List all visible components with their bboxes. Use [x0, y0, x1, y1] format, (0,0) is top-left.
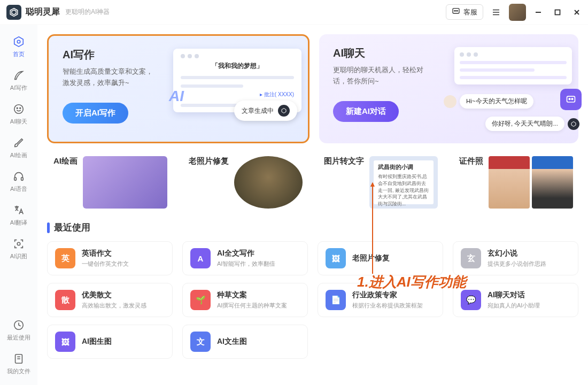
recent-card-title: 行业政策专家 [352, 290, 423, 300]
title-bar: 聪明灵犀 更聪明的AI神器 客服 [0, 0, 588, 25]
recent-card-0[interactable]: 英 英语作文 一键创作英文作文 [47, 241, 173, 275]
write-preview: 「我和我的梦想」 ▸ 批注( XXXX) AI 文章生成中 [173, 49, 301, 112]
translate-icon [12, 204, 25, 217]
ai-letters: AI [169, 88, 184, 105]
recent-card-8[interactable]: 🖼 AI图生图 [47, 325, 173, 359]
smile-icon [12, 103, 25, 116]
recent-card-desc: AI撰写任何主题的种草文案 [217, 302, 287, 310]
svg-point-17 [20, 107, 21, 109]
recent-card-9[interactable]: 文 AI文生图 [182, 325, 308, 359]
logo-icon [6, 5, 21, 20]
recent-title: 最近使用 [54, 221, 90, 234]
start-ai-write-button[interactable]: 开启AI写作 [63, 103, 128, 124]
sidebar-item-voice[interactable]: Ai语音 [3, 166, 35, 197]
recent-card-title: 老照片修复 [352, 253, 390, 263]
hero-chat-desc: 更聪明的聊天机器人，轻松对话，答你所问~ [333, 65, 429, 87]
id-thumb [489, 156, 573, 209]
new-ai-chat-button[interactable]: 新建AI对话 [333, 101, 399, 122]
minimize-button[interactable] [533, 7, 543, 17]
sidebar-item-translate[interactable]: AI翻译 [3, 199, 35, 231]
hero-card-chat[interactable]: AI聊天 更聪明的聊天机器人，轻松对话，答你所问~ 新建AI对话 Hi~今天的天… [319, 34, 578, 143]
maximize-button[interactable] [553, 7, 562, 17]
file-icon [12, 352, 25, 365]
svg-point-27 [569, 98, 570, 100]
sidebar-item-chat[interactable]: AI聊天 [3, 98, 35, 130]
svg-rect-26 [567, 96, 575, 102]
chat-msg-2: 你好呀, 今天天气晴朗... [485, 117, 564, 131]
recent-icon: 文 [190, 332, 211, 352]
recent-card-4[interactable]: 散 优美散文 高效输出散文，激发灵感 [47, 283, 173, 317]
recent-card-desc: 根据行业名称提供政策框架 [352, 302, 423, 310]
quill-icon [12, 69, 25, 82]
scan-icon [12, 237, 25, 250]
svg-marker-29 [571, 121, 576, 126]
sidebar-item-files[interactable]: 我的文件 [3, 348, 35, 380]
close-button[interactable] [572, 7, 582, 17]
tool-card-paint[interactable]: AI绘画 [47, 151, 173, 212]
support-float-icon[interactable] [560, 89, 582, 110]
sidebar-item-ocr[interactable]: AI识图 [3, 233, 35, 265]
recent-icon: 英 [55, 248, 75, 268]
recent-card-title: 种草文案 [217, 290, 287, 300]
brush-icon [12, 136, 25, 149]
svg-rect-10 [555, 10, 560, 14]
recent-icon: 🖼 [55, 332, 75, 352]
menu-icon[interactable] [489, 5, 504, 20]
svg-rect-19 [21, 178, 24, 181]
svg-point-16 [17, 107, 18, 109]
recent-card-desc: 高效输出散文，激发灵感 [82, 302, 146, 310]
customer-service-button[interactable]: 客服 [446, 4, 483, 20]
customer-service-label: 客服 [463, 7, 477, 17]
recent-card-1[interactable]: A AI全文写作 AI智能写作，效率翻倍 [182, 241, 308, 275]
recent-card-7[interactable]: 💬 AI聊天对话 宛如真人的AI小助理 [453, 283, 578, 317]
sidebar-item-recent[interactable]: 最近使用 [3, 314, 35, 346]
user-avatar[interactable] [509, 4, 526, 21]
svg-point-5 [457, 11, 458, 11]
tool-card-id-photo[interactable]: 证件照 [453, 151, 578, 212]
sidebar-item-home[interactable]: 首页 [3, 31, 35, 63]
home-icon [12, 35, 25, 48]
svg-point-15 [14, 105, 24, 114]
recent-icon: 🖼 [326, 248, 346, 268]
recent-card-title: 英语作文 [82, 249, 129, 258]
sidebar-item-write[interactable]: AI写作 [3, 65, 35, 96]
recent-card-5[interactable]: 🌱 种草文案 AI撰写任何主题的种草文案 [182, 283, 308, 317]
svg-rect-18 [14, 178, 17, 181]
recent-icon: A [190, 248, 211, 268]
hero-card-write[interactable]: AI写作 智能生成高质量文章和文案，激发灵感，效率飙升~ 开启AI写作 「我和我… [47, 34, 310, 143]
recent-card-title: AI全文写作 [217, 249, 275, 258]
svg-marker-25 [282, 109, 286, 113]
recent-icon: 散 [55, 290, 75, 310]
svg-point-14 [17, 40, 20, 43]
paint-thumb [83, 156, 167, 209]
sidebar-item-paint[interactable]: AI绘画 [3, 132, 35, 164]
recent-card-desc: 一键创作英文作文 [82, 260, 129, 268]
recent-card-2[interactable]: 🖼 老照片修复 [318, 241, 443, 275]
tool-card-photo-restore[interactable]: 老照片修复 [182, 151, 308, 212]
svg-marker-1 [12, 10, 16, 14]
window-controls [533, 7, 582, 17]
clock-icon [12, 319, 25, 332]
headphone-icon [12, 170, 25, 183]
main-content: AI写作 智能生成高质量文章和文案，激发灵感，效率飙升~ 开启AI写作 「我和我… [37, 25, 588, 385]
bot-avatar-icon [444, 95, 457, 108]
chat-icon [452, 7, 460, 17]
hero-write-desc: 智能生成高质量文章和文案，激发灵感，效率飙升~ [63, 66, 159, 89]
recent-section-header: 最近使用 [47, 221, 578, 234]
app-name: 聪明灵犀 [26, 6, 60, 18]
preview-note: ▸ 批注( XXXX) [181, 91, 294, 98]
recent-card-6[interactable]: 📄 行业政策专家 根据行业名称提供政策框架 [318, 283, 443, 317]
svg-point-4 [455, 11, 456, 11]
preview-doc-title: 「我和我的梦想」 [181, 61, 294, 71]
recent-card-title: AI图生图 [82, 337, 112, 346]
tool-card-ocr[interactable]: 图片转文字 武昌街的小调 有时候到重庆路买书,总会不自觉地到武昌街去走一回, 最… [318, 151, 443, 212]
app-logo: 聪明灵犀 [6, 5, 60, 20]
sidebar: 首页 AI写作 AI聊天 AI绘画 Ai语音 AI翻译 AI识图 最 [0, 25, 37, 385]
recent-card-desc: AI智能写作，效率翻倍 [217, 260, 275, 268]
recent-card-title: 玄幻小说 [488, 249, 546, 258]
recent-card-3[interactable]: 玄 玄幻小说 提供更多小说创作思路 [453, 241, 578, 275]
doc-thumb: 武昌街的小调 有时候到重庆路买书,总会不自觉地到武昌街去走一回, 最近发现武昌街… [369, 156, 438, 209]
svg-point-3 [454, 11, 455, 11]
recent-icon: 🌱 [190, 290, 211, 310]
recent-card-title: AI文生图 [217, 337, 247, 346]
